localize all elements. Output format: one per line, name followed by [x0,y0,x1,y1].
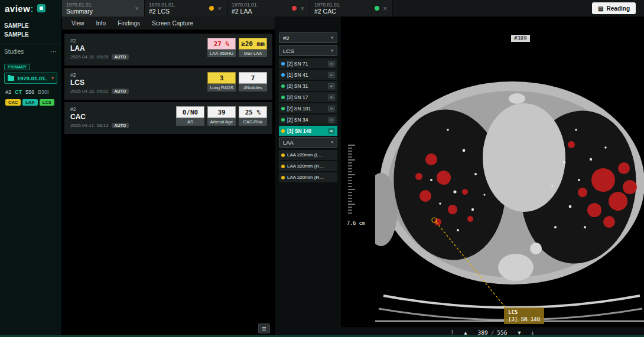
metric-max-laa: ≥20 mm Max LAA [239,38,267,57]
card-info: #2 CAC 2025.04.17. 08:13 AUTO [70,106,129,129]
finding-label: [3] SN 140 [287,128,311,134]
metric-value: 3 [207,72,236,84]
finding-dot [281,165,285,168]
series-select[interactable]: #2 ▾ [279,32,337,43]
status-dot [209,6,214,11]
finding-dot [281,84,285,88]
series-modality: CT [15,89,22,95]
studies-header: Studies ⋯ [4,48,57,55]
sidebar: SAMPLE SAMPLE Studies ⋯ PRIMARY 1970.01.… [0,17,62,337]
metric-label: AS [176,118,204,126]
finding-label: [2] SN 31 [287,83,308,89]
ai-badge: AI [328,106,335,112]
tab-lcs[interactable]: 1970.01.01. #2 LCS × [145,0,227,17]
card-title: LCS [70,78,129,87]
tab-strip: 1970.01.01. Summary × 1970.01.01. #2 LCS… [62,0,393,17]
summary-panel: View Info Findings Screen Capture #2 LAA… [62,17,275,337]
card-date: 2025.04.16. 09:25 [70,54,109,60]
folder-icon [8,76,14,81]
metric-value: 0/N0 [176,106,204,118]
menu-findings[interactable]: Findings [118,20,140,27]
finding-sn140-selected[interactable]: [3] SN 140 AI [279,126,337,136]
findings-panel: #2 ▾ LCS ▾ [2] SN 71 AI [1] SN 41 AI [275,17,341,337]
finding-label: LAA ≥20mm (R… [287,163,324,169]
scale-ruler: 7.6 cm [347,145,370,226]
finding-sn17[interactable]: [2] SN 17 AI [279,92,337,102]
metric-arterial-age: 39 Arterial Age [207,106,236,126]
finding-sn101[interactable]: [2] SN 101 AI [279,103,337,113]
badge-lcs: LCS [40,99,54,106]
tab-text: 1970.01.01. #2 LCS [149,2,206,15]
metric-label: LAA-950HU [207,50,236,57]
finding-laa-right-1[interactable]: LAA ≥20mm (R… [279,161,337,171]
close-icon[interactable]: × [382,5,388,12]
study-item-19700101[interactable]: 1970.01.01. ▾ [4,73,57,84]
card-metrics: 0/N0 AS 39 Arterial Age 25 % CAC-Risk [176,106,267,129]
book-icon: ▤ [598,5,603,12]
menu-view[interactable]: View [71,20,84,27]
chevron-down-icon[interactable]: ▾ [51,76,54,81]
tab-laa[interactable]: 1970.01.01. #2 LAA × [227,0,310,17]
finding-sn34[interactable]: [2] SN 34 AI [279,114,337,125]
nodule-annotation-label[interactable]: LCS [3] SN 140 [504,307,544,324]
chevron-down-icon: ▾ [331,48,333,53]
finding-label: [2] SN 71 [287,61,308,67]
tab-date: 1970.01.01. [314,2,372,8]
close-icon[interactable]: × [134,5,140,12]
app-logo: aview: [5,4,34,14]
series-row[interactable]: #2 CT 556 B30f [4,89,57,95]
laa-group-select[interactable]: LAA ▾ [279,137,337,148]
primary-badge: PRIMARY [4,64,30,70]
metric-value: 27 % [207,38,236,50]
card-meta: 2025.04.16. 09:25 AUTO [70,54,129,60]
ai-badge: AI [328,61,335,67]
menu-info[interactable]: Info [96,20,106,27]
reading-button[interactable]: ▤ Reading [592,2,636,14]
app-root: aview: 1970.01.01. Summary × 1970.01.01.… [0,0,644,337]
card-laa[interactable]: #2 LAA 2025.04.16. 09:25 AUTO 27 % LAA-9… [64,34,272,66]
slice-number-label: #389 [511,35,530,42]
tab-text: 1970.01.01. Summary [66,2,131,15]
status-dot [375,6,379,11]
card-metrics: 3 Lung RADS 7 #Nodules [207,72,267,95]
study-date: 1970.01.01. [17,75,48,81]
card-title: CAC [70,113,129,121]
close-icon[interactable]: × [300,5,305,12]
ai-badge: AI [328,94,335,100]
lcs-group-select[interactable]: LCS ▾ [279,45,337,56]
finding-label: [2] SN 34 [287,117,308,123]
metric-label: CAC-Risk [239,118,267,126]
tab-summary[interactable]: 1970.01.01. Summary × [62,0,145,17]
finding-sn71[interactable]: [2] SN 71 AI [279,58,337,68]
card-lcs[interactable]: #2 LCS 2025.04.16. 09:22 AUTO 3 Lung RAD… [64,68,272,100]
card-cac[interactable]: #2 CAC 2025.04.17. 08:13 AUTO 0/N0 AS [64,102,272,134]
ct-image-area[interactable]: #389 LCS [3] SN 140 [375,32,644,328]
finding-label: [2] SN 101 [287,106,311,112]
finding-laa-left[interactable]: LAA ≥20mm (L… [279,150,337,160]
patient-name-line: SAMPLE [4,21,57,30]
metric-value: ≥20 mm [239,38,267,50]
finding-sn31[interactable]: [2] SN 31 AI [279,81,337,91]
more-icon[interactable]: ⋯ [50,48,57,55]
list-view-button[interactable]: ≣ [258,323,270,333]
auto-badge: AUTO [112,54,129,60]
metric-value: 25 % [239,106,267,118]
ai-badge: AI [328,72,335,78]
badge-laa: LAA [22,99,37,106]
menu-screen-capture[interactable]: Screen Capture [152,20,193,27]
analysis-badges: CAC LAA LCS [4,99,57,106]
tab-text: 1970.01.01. #2 CAC [314,2,372,15]
tab-cac[interactable]: 1970.01.01. #2 CAC × [310,0,393,17]
ai-badge: AI [328,83,335,89]
card-series-id: #2 [70,106,129,112]
finding-laa-right-2[interactable]: LAA ≥20mm (R… [279,172,337,182]
logo-area: aview: [0,0,62,17]
top-bar: aview: 1970.01.01. Summary × 1970.01.01.… [0,0,644,17]
finding-sn41[interactable]: [1] SN 41 AI [279,70,337,80]
metric-label: #Nodules [239,84,267,91]
card-meta: 2025.04.17. 08:13 AUTO [70,123,129,128]
annotation-id: [3] SN 140 [508,316,540,322]
card-info: #2 LAA 2025.04.16. 09:25 AUTO [70,38,129,61]
close-icon[interactable]: × [217,5,223,12]
card-info: #2 LCS 2025.04.16. 09:22 AUTO [70,72,129,95]
